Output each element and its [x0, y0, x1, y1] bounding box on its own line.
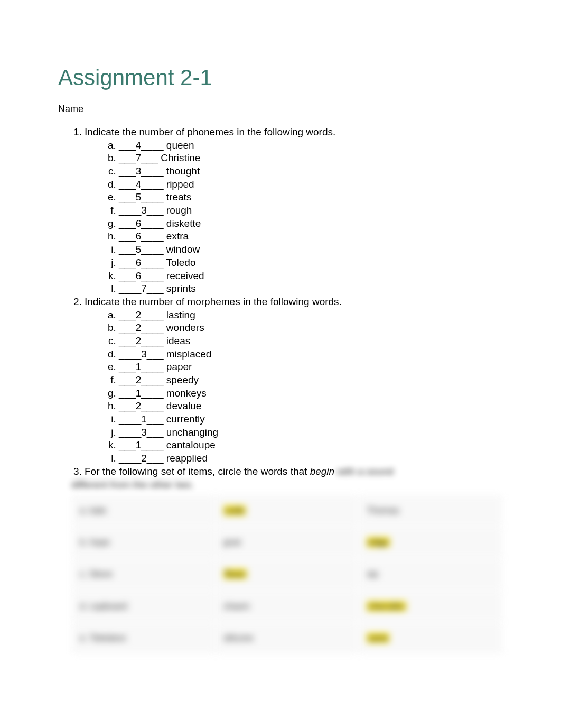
- answer-line: ____3___ unchanging: [119, 427, 218, 438]
- cell: cherubic: [359, 591, 502, 622]
- list-item: ____3___ misplaced: [119, 348, 503, 361]
- answer-line: ___4____ ripped: [119, 179, 194, 190]
- cell: a. kale: [72, 495, 215, 526]
- q1-prompt: Indicate the number of phonemes in the f…: [85, 126, 503, 139]
- question-1: Indicate the number of phonemes in the f…: [85, 126, 503, 296]
- q2-prompt: Indicate the number of morphemes in the …: [85, 296, 503, 309]
- list-item: ___6____ Toledo: [119, 256, 503, 270]
- answer-line: ___5____ treats: [119, 191, 191, 202]
- cell: sip: [359, 559, 502, 589]
- answer-line: ____2___ reapplied: [119, 453, 208, 464]
- cell: c. Steve: [72, 559, 215, 589]
- question-2: Indicate the number of morphemes in the …: [85, 296, 503, 465]
- q3-prompt-italic: begin: [310, 466, 335, 477]
- answer-line: ___2____ speedy: [119, 374, 199, 385]
- answer-line: ___2____ lasting: [119, 309, 195, 320]
- list-item: ___2____ devalue: [119, 400, 503, 413]
- list-item: ____2___ reapplied: [119, 452, 503, 465]
- answer-line: ____1___ currently: [119, 413, 205, 425]
- list-item: ___2____ lasting: [119, 309, 503, 322]
- cell: sane: [359, 623, 502, 653]
- cell: gnat: [216, 527, 359, 558]
- cell: cede: [216, 495, 359, 526]
- question-3: For the following set of items, circle t…: [85, 465, 503, 478]
- answer-line: ___6____ received: [119, 270, 204, 281]
- list-item: ___1____ cantaloupe: [119, 439, 503, 452]
- list-item: ____3___ rough: [119, 204, 503, 217]
- answer-line: ___6____ Toledo: [119, 257, 195, 268]
- cell: d. cupboard: [72, 591, 215, 622]
- list-item: ___3____ thought: [119, 165, 503, 178]
- list-item: ___7___ Christine: [119, 152, 503, 165]
- list-item: ___2____ wonders: [119, 321, 503, 335]
- table-row: e. Toledanosiliconesane: [72, 623, 502, 653]
- list-item: ___4____ queen: [119, 139, 503, 152]
- q3-prompt-tail: with a sound: [334, 466, 394, 477]
- table-row: b. hopegnatedge: [72, 527, 502, 558]
- page-title: Assignment 2-1: [58, 63, 503, 93]
- cell: Sean: [216, 559, 359, 589]
- answer-line: ___1____ cantaloupe: [119, 439, 216, 450]
- answer-line: ___1____ paper: [119, 361, 192, 372]
- list-item: ____7___ sprints: [119, 282, 503, 296]
- q3-table: a. kalecedeThomasb. hopegnatedgec. Steve…: [71, 494, 503, 654]
- table-row: d. cupboardchasmcherubic: [72, 591, 502, 622]
- list-item: ___1____ monkeys: [119, 387, 503, 400]
- answer-line: ___6____ diskette: [119, 218, 201, 229]
- list-item: ___6____ received: [119, 270, 503, 283]
- list-item: ____1___ currently: [119, 413, 503, 426]
- q3-prompt-a: For the following set of items, circle t…: [85, 466, 310, 477]
- table-row: a. kalecedeThomas: [72, 495, 502, 526]
- q3-table-section: a. kalecedeThomasb. hopegnatedgec. Steve…: [71, 494, 503, 654]
- cell: b. hope: [72, 527, 215, 558]
- answer-line: ___2____ devalue: [119, 400, 201, 411]
- answer-line: ___5____ window: [119, 244, 200, 255]
- list-item: ___2____ ideas: [119, 335, 503, 348]
- table-row: c. SteveSeansip: [72, 559, 502, 589]
- answer-line: ___4____ queen: [119, 140, 194, 151]
- name-label: Name: [58, 103, 503, 115]
- answer-line: ___3____ thought: [119, 165, 200, 177]
- cell: edge: [359, 527, 502, 558]
- q1-items: ___4____ queen___7___ Christine___3____ …: [119, 139, 503, 296]
- list-item: ___2____ speedy: [119, 374, 503, 387]
- cell: chasm: [216, 591, 359, 622]
- answer-line: ___1____ monkeys: [119, 388, 207, 399]
- list-item: ___4____ ripped: [119, 178, 503, 191]
- answer-line: ____3___ misplaced: [119, 348, 211, 360]
- list-item: ____3___ unchanging: [119, 426, 503, 439]
- answer-line: ___6____ extra: [119, 231, 189, 242]
- cell: e. Toledano: [72, 623, 215, 653]
- list-item: ___6____ diskette: [119, 217, 503, 231]
- cell: silicone: [216, 623, 359, 653]
- q3-blur-line: different from the other two.: [71, 478, 503, 492]
- cell: Thomas: [359, 495, 502, 526]
- answer-line: ___2____ wonders: [119, 322, 204, 333]
- answer-line: ____7___ sprints: [119, 283, 196, 294]
- answer-line: ___2____ ideas: [119, 335, 190, 346]
- list-item: ___6____ extra: [119, 230, 503, 243]
- answer-line: ___7___ Christine: [119, 152, 200, 163]
- list-item: ___5____ treats: [119, 191, 503, 204]
- list-item: ___1____ paper: [119, 361, 503, 374]
- list-item: ___5____ window: [119, 243, 503, 256]
- main-question-list: Indicate the number of phonemes in the f…: [85, 126, 503, 478]
- q2-items: ___2____ lasting___2____ wonders___2____…: [119, 309, 503, 465]
- answer-line: ____3___ rough: [119, 205, 192, 216]
